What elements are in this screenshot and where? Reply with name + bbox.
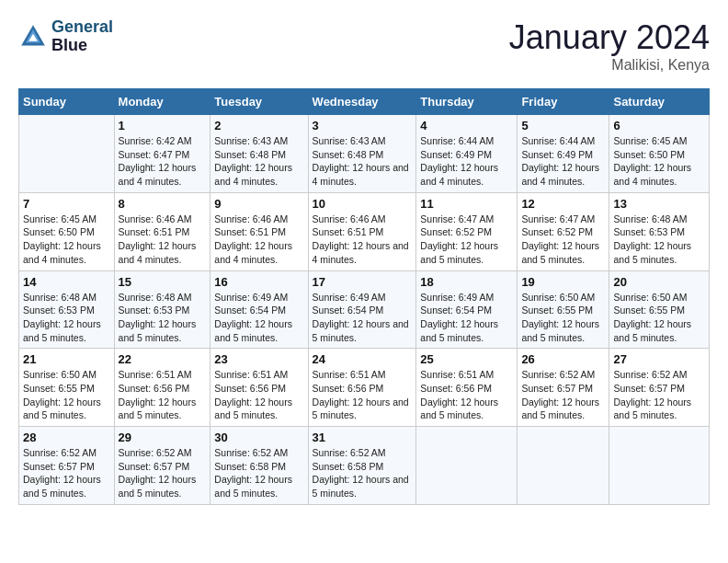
day-cell: 8Sunrise: 6:46 AMSunset: 6:51 PMDaylight… — [114, 192, 210, 270]
day-cell: 7Sunrise: 6:45 AMSunset: 6:50 PMDaylight… — [19, 192, 115, 270]
col-header-tuesday: Tuesday — [210, 89, 308, 115]
day-detail: Sunrise: 6:43 AMSunset: 6:48 PMDaylight:… — [214, 134, 303, 189]
location: Malikisi, Kenya — [509, 57, 710, 74]
day-detail: Sunrise: 6:48 AMSunset: 6:53 PMDaylight:… — [119, 291, 207, 345]
day-detail: Sunrise: 6:45 AMSunset: 6:50 PMDaylight:… — [613, 134, 705, 189]
day-cell: 2Sunrise: 6:43 AMSunset: 6:48 PMDaylight… — [210, 115, 308, 193]
day-number: 20 — [613, 275, 705, 289]
day-number: 4 — [420, 119, 513, 132]
day-cell: 19Sunrise: 6:50 AMSunset: 6:55 PMDayligh… — [518, 270, 609, 349]
day-cell: 23Sunrise: 6:51 AMSunset: 6:56 PMDayligh… — [210, 349, 308, 427]
day-detail: Sunrise: 6:51 AMSunset: 6:56 PMDaylight:… — [214, 368, 303, 422]
page-header: General Blue January 2024 Malikisi, Keny… — [18, 18, 710, 74]
day-detail: Sunrise: 6:42 AMSunset: 6:47 PMDaylight:… — [119, 134, 207, 189]
day-number: 30 — [214, 431, 303, 444]
day-cell: 30Sunrise: 6:52 AMSunset: 6:58 PMDayligh… — [210, 427, 308, 505]
day-cell: 4Sunrise: 6:44 AMSunset: 6:49 PMDaylight… — [416, 115, 518, 193]
day-number: 19 — [521, 275, 605, 289]
col-header-thursday: Thursday — [416, 89, 518, 115]
day-detail: Sunrise: 6:46 AMSunset: 6:51 PMDaylight:… — [313, 213, 413, 267]
day-cell: 22Sunrise: 6:51 AMSunset: 6:56 PMDayligh… — [114, 349, 210, 427]
day-detail: Sunrise: 6:47 AMSunset: 6:52 PMDaylight:… — [521, 213, 605, 267]
day-cell: 25Sunrise: 6:51 AMSunset: 6:56 PMDayligh… — [416, 349, 518, 427]
day-detail: Sunrise: 6:46 AMSunset: 6:51 PMDaylight:… — [214, 213, 303, 267]
day-number: 27 — [613, 352, 705, 366]
day-detail: Sunrise: 6:52 AMSunset: 6:58 PMDaylight:… — [313, 446, 413, 500]
day-detail: Sunrise: 6:49 AMSunset: 6:54 PMDaylight:… — [420, 291, 513, 345]
day-detail: Sunrise: 6:51 AMSunset: 6:56 PMDaylight:… — [313, 368, 413, 422]
day-number: 15 — [119, 275, 207, 289]
day-detail: Sunrise: 6:48 AMSunset: 6:53 PMDaylight:… — [23, 291, 110, 345]
day-cell: 28Sunrise: 6:52 AMSunset: 6:57 PMDayligh… — [19, 427, 115, 505]
header-row: SundayMondayTuesdayWednesdayThursdayFrid… — [19, 89, 710, 115]
day-cell: 21Sunrise: 6:50 AMSunset: 6:55 PMDayligh… — [19, 349, 115, 427]
day-cell: 10Sunrise: 6:46 AMSunset: 6:51 PMDayligh… — [308, 192, 416, 270]
logo: General Blue — [18, 18, 113, 55]
day-detail: Sunrise: 6:48 AMSunset: 6:53 PMDaylight:… — [613, 213, 705, 267]
day-detail: Sunrise: 6:51 AMSunset: 6:56 PMDaylight:… — [420, 368, 513, 422]
day-detail: Sunrise: 6:44 AMSunset: 6:49 PMDaylight:… — [420, 134, 513, 189]
day-cell: 20Sunrise: 6:50 AMSunset: 6:55 PMDayligh… — [609, 270, 710, 349]
day-number: 3 — [313, 119, 413, 132]
day-detail: Sunrise: 6:49 AMSunset: 6:54 PMDaylight:… — [214, 291, 303, 345]
day-number: 29 — [119, 431, 207, 444]
day-cell: 27Sunrise: 6:52 AMSunset: 6:57 PMDayligh… — [609, 349, 710, 427]
week-row-5: 28Sunrise: 6:52 AMSunset: 6:57 PMDayligh… — [19, 427, 710, 505]
col-header-saturday: Saturday — [609, 89, 710, 115]
day-cell — [416, 427, 518, 505]
day-number: 2 — [214, 119, 303, 132]
day-cell — [518, 427, 609, 505]
day-detail: Sunrise: 6:43 AMSunset: 6:48 PMDaylight:… — [313, 134, 413, 189]
day-number: 26 — [521, 352, 605, 366]
day-cell — [19, 115, 115, 193]
day-detail: Sunrise: 6:51 AMSunset: 6:56 PMDaylight:… — [119, 368, 207, 422]
day-number: 17 — [313, 275, 413, 289]
day-number: 21 — [23, 352, 110, 366]
day-detail: Sunrise: 6:52 AMSunset: 6:58 PMDaylight:… — [214, 446, 303, 500]
title-block: January 2024 Malikisi, Kenya — [509, 18, 710, 74]
day-cell: 15Sunrise: 6:48 AMSunset: 6:53 PMDayligh… — [114, 270, 210, 349]
week-row-1: 1Sunrise: 6:42 AMSunset: 6:47 PMDaylight… — [19, 115, 710, 193]
day-cell: 16Sunrise: 6:49 AMSunset: 6:54 PMDayligh… — [210, 270, 308, 349]
day-detail: Sunrise: 6:52 AMSunset: 6:57 PMDaylight:… — [613, 368, 705, 422]
day-cell — [609, 427, 710, 505]
day-number: 16 — [214, 275, 303, 289]
day-number: 9 — [214, 197, 303, 211]
month-title: January 2024 — [509, 18, 710, 57]
col-header-monday: Monday — [114, 89, 210, 115]
day-number: 6 — [613, 119, 705, 132]
day-number: 13 — [613, 197, 705, 211]
day-number: 24 — [313, 352, 413, 366]
day-detail: Sunrise: 6:49 AMSunset: 6:54 PMDaylight:… — [313, 291, 413, 345]
week-row-4: 21Sunrise: 6:50 AMSunset: 6:55 PMDayligh… — [19, 349, 710, 427]
day-detail: Sunrise: 6:50 AMSunset: 6:55 PMDaylight:… — [613, 291, 705, 345]
day-number: 28 — [23, 431, 110, 444]
day-number: 11 — [420, 197, 513, 211]
day-cell: 6Sunrise: 6:45 AMSunset: 6:50 PMDaylight… — [609, 115, 710, 193]
day-detail: Sunrise: 6:52 AMSunset: 6:57 PMDaylight:… — [23, 446, 110, 500]
day-detail: Sunrise: 6:52 AMSunset: 6:57 PMDaylight:… — [521, 368, 605, 422]
week-row-2: 7Sunrise: 6:45 AMSunset: 6:50 PMDaylight… — [19, 192, 710, 270]
day-number: 14 — [23, 275, 110, 289]
week-row-3: 14Sunrise: 6:48 AMSunset: 6:53 PMDayligh… — [19, 270, 710, 349]
day-cell: 26Sunrise: 6:52 AMSunset: 6:57 PMDayligh… — [518, 349, 609, 427]
day-number: 10 — [313, 197, 413, 211]
day-number: 12 — [521, 197, 605, 211]
day-number: 1 — [119, 119, 207, 132]
day-cell: 9Sunrise: 6:46 AMSunset: 6:51 PMDaylight… — [210, 192, 308, 270]
day-cell: 29Sunrise: 6:52 AMSunset: 6:57 PMDayligh… — [114, 427, 210, 505]
day-number: 5 — [521, 119, 605, 132]
logo-text: General Blue — [51, 18, 113, 55]
day-cell: 11Sunrise: 6:47 AMSunset: 6:52 PMDayligh… — [416, 192, 518, 270]
day-cell: 24Sunrise: 6:51 AMSunset: 6:56 PMDayligh… — [308, 349, 416, 427]
day-cell: 12Sunrise: 6:47 AMSunset: 6:52 PMDayligh… — [518, 192, 609, 270]
col-header-friday: Friday — [518, 89, 609, 115]
day-detail: Sunrise: 6:50 AMSunset: 6:55 PMDaylight:… — [23, 368, 110, 422]
day-cell: 18Sunrise: 6:49 AMSunset: 6:54 PMDayligh… — [416, 270, 518, 349]
day-cell: 1Sunrise: 6:42 AMSunset: 6:47 PMDaylight… — [114, 115, 210, 193]
day-number: 8 — [119, 197, 207, 211]
day-cell: 3Sunrise: 6:43 AMSunset: 6:48 PMDaylight… — [308, 115, 416, 193]
day-cell: 14Sunrise: 6:48 AMSunset: 6:53 PMDayligh… — [19, 270, 115, 349]
day-detail: Sunrise: 6:52 AMSunset: 6:57 PMDaylight:… — [119, 446, 207, 500]
day-number: 23 — [214, 352, 303, 366]
